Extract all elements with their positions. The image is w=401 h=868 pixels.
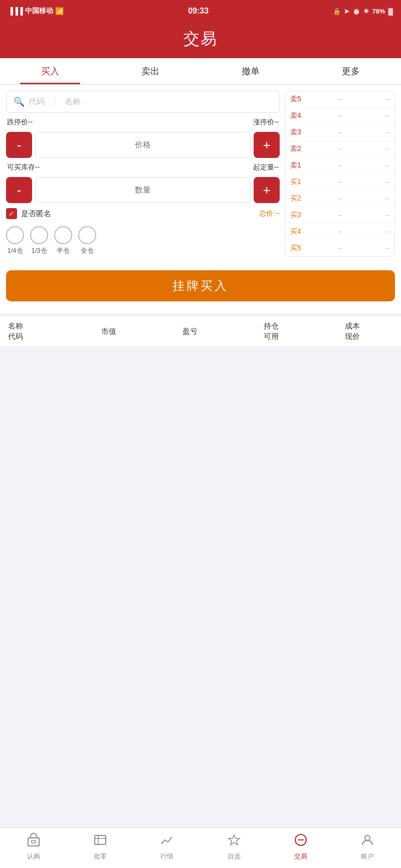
- status-right: 🔒 ➤ ⏰ ✳ 78% ▓: [333, 8, 393, 15]
- checkmark-icon: ✓: [9, 210, 15, 218]
- subscribe-icon: [27, 833, 41, 850]
- tab-bar: 买入 卖出 撤单 更多: [0, 58, 401, 85]
- sell3-label: 卖3: [290, 128, 308, 137]
- nav-market-label: 行情: [160, 852, 173, 861]
- tab-sell[interactable]: 卖出: [100, 58, 200, 84]
- buy3-vol: --: [371, 211, 389, 219]
- list-item: 买3 -- --: [285, 207, 394, 224]
- nav-retail-label: 批零: [94, 852, 107, 861]
- quantity-minus-button[interactable]: -: [6, 177, 32, 203]
- list-item: 买5 -- --: [285, 240, 394, 256]
- buy5-vol: --: [371, 244, 389, 252]
- search-code-placeholder: 代码: [29, 97, 45, 107]
- sell5-price: --: [308, 95, 371, 103]
- tab-more[interactable]: 更多: [301, 58, 401, 84]
- price-minus-button[interactable]: -: [6, 132, 32, 158]
- battery-label: 78%: [372, 8, 385, 15]
- full-circle: [78, 226, 96, 244]
- quarter-position-btn[interactable]: 1/4仓: [6, 226, 24, 255]
- sell3-vol: --: [371, 128, 389, 136]
- list-item: 卖5 -- --: [285, 91, 394, 108]
- nav-account-label: 账户: [361, 852, 374, 861]
- tab-cancel[interactable]: 撤单: [200, 58, 301, 84]
- battery-icon: ▓: [388, 8, 393, 15]
- half-position-btn[interactable]: 半仓: [54, 226, 72, 255]
- third-position-btn[interactable]: 1/3仓: [30, 226, 48, 255]
- buy2-label: 买2: [290, 194, 308, 203]
- col-available-label: 可用: [264, 332, 279, 341]
- main-content: 🔍 代码 ｜ 名称 跌停价-- 涨停价-- - + 可买库存-- 起定量-- -…: [0, 85, 401, 263]
- available-stock-label: 可买库存--: [7, 163, 40, 172]
- list-item: 卖3 -- --: [285, 124, 394, 141]
- price-input[interactable]: [35, 132, 251, 158]
- list-item: 买1 -- --: [285, 174, 394, 191]
- buy4-price: --: [308, 228, 371, 236]
- tab-buy[interactable]: 买入: [0, 58, 100, 84]
- anonymous-label[interactable]: ✓ 是否匿名: [6, 208, 51, 219]
- full-position-btn[interactable]: 全仓: [78, 226, 96, 255]
- full-label: 全仓: [81, 246, 94, 255]
- market-icon: [160, 833, 174, 850]
- col-market-val: 市值: [68, 327, 149, 336]
- bottom-nav: 认购 批零 行情 自选: [0, 827, 401, 868]
- svg-point-8: [365, 835, 370, 840]
- nav-subscribe[interactable]: 认购: [0, 828, 67, 868]
- list-item: 卖1 -- --: [285, 157, 394, 174]
- quantity-input-row: - +: [6, 177, 280, 203]
- nav-account[interactable]: 账户: [334, 828, 401, 868]
- buy1-price: --: [308, 178, 371, 186]
- position-row: 1/4仓 1/3仓 半仓 全仓: [6, 224, 280, 257]
- available-row: 可买库存-- 起定量--: [6, 163, 280, 172]
- alarm-icon: ⏰: [352, 8, 360, 15]
- price-input-row: - +: [6, 132, 280, 158]
- sell1-vol: --: [371, 161, 389, 169]
- col-name-code: 名称 代码: [8, 321, 68, 341]
- price-stop-row: 跌停价-- 涨停价--: [6, 118, 280, 127]
- buy4-label: 买4: [290, 227, 308, 236]
- sell4-price: --: [308, 112, 371, 120]
- buy5-label: 买5: [290, 244, 308, 253]
- location-icon: ➤: [344, 8, 349, 15]
- search-box[interactable]: 🔍 代码 ｜ 名称: [6, 91, 280, 113]
- quantity-input[interactable]: [35, 177, 251, 203]
- sell4-vol: --: [371, 112, 389, 120]
- buy-button[interactable]: 挂牌买入: [6, 270, 395, 301]
- col-position: 持仓 可用: [231, 321, 312, 341]
- list-item: 卖4 -- --: [285, 108, 394, 124]
- half-label: 半仓: [57, 246, 70, 255]
- watchlist-icon: [227, 833, 241, 850]
- list-item: 买2 -- --: [285, 191, 394, 207]
- buy2-vol: --: [371, 195, 389, 203]
- page-title: 交易: [0, 28, 401, 50]
- nav-retail[interactable]: 批零: [67, 828, 133, 868]
- wifi-icon: 📶: [55, 7, 64, 15]
- quantity-plus-button[interactable]: +: [254, 177, 280, 203]
- anonymous-checkbox[interactable]: ✓: [6, 208, 17, 219]
- buy3-label: 买3: [290, 211, 308, 220]
- svg-rect-1: [32, 840, 36, 843]
- nav-watchlist-label: 自选: [228, 852, 241, 861]
- quarter-circle: [6, 226, 24, 244]
- search-icon: 🔍: [14, 96, 25, 107]
- retail-icon: [93, 833, 107, 850]
- order-book-panel: 卖5 -- -- 卖4 -- -- 卖3 -- -- 卖2 -- -- 卖1 -: [285, 91, 395, 257]
- left-panel: 🔍 代码 ｜ 名称 跌停价-- 涨停价-- - + 可买库存-- 起定量-- -…: [6, 91, 280, 257]
- sell5-vol: --: [371, 95, 389, 103]
- col-cost-label: 成本: [345, 321, 360, 331]
- svg-rect-2: [95, 835, 106, 844]
- nav-trade[interactable]: 交易: [267, 828, 334, 868]
- search-name-placeholder: 名称: [65, 97, 81, 107]
- sell2-price: --: [308, 145, 371, 153]
- buy3-price: --: [308, 211, 371, 219]
- sell2-label: 卖2: [290, 144, 308, 153]
- buy4-vol: --: [371, 228, 389, 236]
- nav-market[interactable]: 行情: [134, 828, 200, 868]
- nav-subscribe-label: 认购: [27, 852, 40, 861]
- buy1-label: 买1: [290, 178, 308, 187]
- price-plus-button[interactable]: +: [254, 132, 280, 158]
- col-current-label: 现价: [345, 332, 360, 341]
- nav-trade-label: 交易: [294, 852, 307, 861]
- nav-watchlist[interactable]: 自选: [200, 828, 267, 868]
- list-item: 卖2 -- --: [285, 141, 394, 157]
- third-label: 1/3仓: [31, 246, 47, 255]
